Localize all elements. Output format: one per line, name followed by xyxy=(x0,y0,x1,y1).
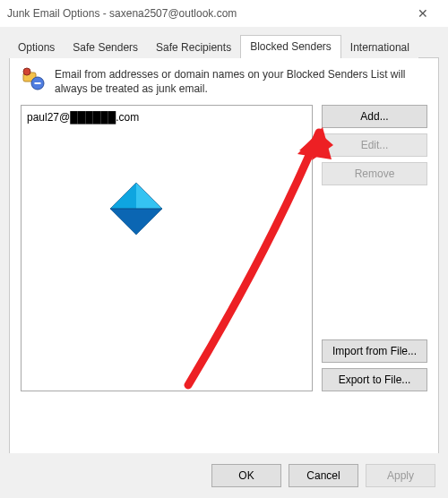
ok-button[interactable]: OK xyxy=(211,464,281,487)
tab-strip: Options Safe Senders Safe Recipients Blo… xyxy=(0,27,448,58)
info-icon xyxy=(21,67,47,96)
export-to-file-button[interactable]: Export to File... xyxy=(322,368,427,391)
add-button[interactable]: Add... xyxy=(322,105,427,128)
tab-safe-senders[interactable]: Safe Senders xyxy=(64,37,147,59)
window-title: Junk Email Options - saxena2507@outlook.… xyxy=(7,7,405,20)
svg-point-2 xyxy=(23,68,30,75)
cancel-button[interactable]: Cancel xyxy=(289,464,358,487)
tab-international[interactable]: International xyxy=(341,37,418,59)
panel-description: Email from addresses or domain names on … xyxy=(55,67,427,96)
close-button[interactable]: ✕ xyxy=(405,6,441,21)
remove-button[interactable]: Remove xyxy=(322,162,427,185)
blocked-senders-list[interactable]: paul27@██████.com xyxy=(21,105,313,391)
import-from-file-button[interactable]: Import from File... xyxy=(322,339,427,363)
edit-button[interactable]: Edit... xyxy=(322,133,427,157)
dialog-button-bar: OK Cancel Apply xyxy=(0,453,448,498)
panel-description-row: Email from addresses or domain names on … xyxy=(21,67,427,96)
tab-blocked-senders[interactable]: Blocked Senders xyxy=(240,35,341,59)
blocked-senders-panel: Email from addresses or domain names on … xyxy=(9,58,439,459)
apply-button[interactable]: Apply xyxy=(366,464,435,487)
side-button-column: Add... Edit... Remove Import from File..… xyxy=(322,105,427,391)
list-item[interactable]: paul27@██████.com xyxy=(27,109,306,125)
tab-safe-recipients[interactable]: Safe Recipients xyxy=(147,37,240,59)
title-bar: Junk Email Options - saxena2507@outlook.… xyxy=(0,0,448,27)
tab-options[interactable]: Options xyxy=(9,37,64,59)
